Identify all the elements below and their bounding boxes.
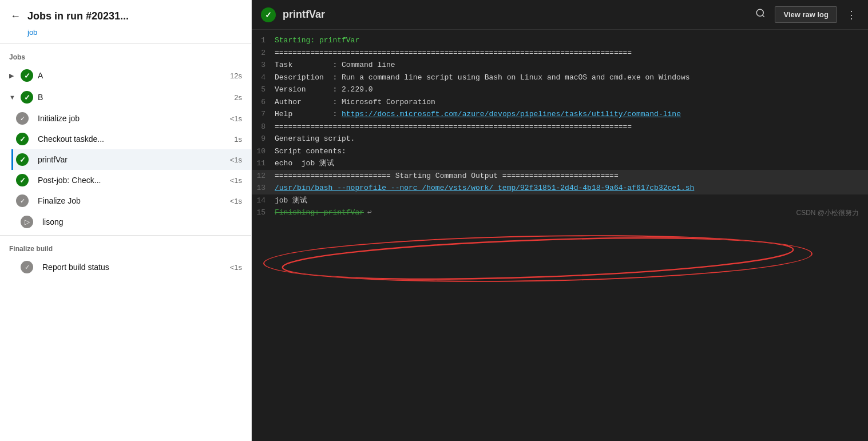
line-text-15: Finishing: printfVar (275, 207, 364, 218)
log-line-8: 8 ======================================… (252, 121, 868, 133)
search-button[interactable] (753, 6, 768, 23)
log-header: ✓ printfVar View raw log ⋮ (252, 0, 868, 30)
line-text-8: ========================================… (275, 121, 632, 133)
log-line-13: 13 /usr/bin/bash --noprofile --norc /hom… (252, 182, 868, 194)
log-line-12: 12 ========================== Starting C… (252, 170, 868, 182)
line-text-13[interactable]: /usr/bin/bash --noprofile --norc /home/v… (275, 182, 694, 194)
log-line-15: 15 Finishing: printfVar ↩ (252, 206, 868, 219)
subjob-duration-postjob: <1s (230, 176, 242, 185)
subjob-duration-checkout: 1s (234, 135, 242, 144)
log-line-2: 2 ======================================… (252, 47, 868, 59)
status-success-icon: ✓ (21, 69, 33, 82)
log-line-14: 14 job 测试 (252, 194, 868, 207)
subjob-name-postjob: Post-job: Check... (33, 176, 225, 185)
svg-line-1 (763, 15, 764, 17)
job-row-lisong[interactable]: ▷ lisong (0, 211, 251, 233)
subjob-finalize-job[interactable]: ✓ Finalize Job <1s (11, 190, 251, 211)
job-row-a[interactable]: ▶ ✓ A 12s (0, 65, 251, 86)
more-options-button[interactable]: ⋮ (844, 6, 859, 23)
job-name-lisong: lisong (38, 217, 242, 227)
subjob-duration-printfvar: <1s (230, 156, 242, 164)
log-line-9: 9 Generating script. (252, 133, 868, 145)
subjob-init[interactable]: ✓ Initialize job <1s (11, 108, 251, 129)
log-line-11: 11 echo job 测试 (252, 157, 868, 170)
log-line-1: 1 Starting: printfVar (252, 34, 868, 47)
subjob-duration-init: <1s (230, 114, 242, 123)
log-title: printfVar (283, 9, 746, 21)
log-content: 1 Starting: printfVar 2 ================… (252, 30, 868, 224)
log-line-7: 7 Help : https://docs.microsoft.com/azur… (252, 108, 868, 121)
run-title: Jobs in run #20231... (27, 10, 129, 22)
log-header-actions: View raw log ⋮ (753, 6, 859, 23)
divider2 (0, 235, 251, 236)
log-panel: ✓ printfVar View raw log ⋮ 1 Starting: p… (252, 0, 868, 441)
status-skipped-icon-finalize: ✓ (16, 194, 29, 207)
run-subtitle: job (0, 28, 251, 41)
job-duration-report: <1s (230, 263, 242, 272)
sidebar-header: ← Jobs in run #20231... (0, 0, 251, 28)
line-link-icon-15: ↩ (367, 207, 372, 218)
status-pending-icon-lisong: ▷ (21, 216, 33, 228)
subjob-printfvar[interactable]: ✓ printfVar <1s (11, 149, 251, 170)
status-skipped-icon-init: ✓ (16, 112, 29, 125)
job-name-b: B (38, 93, 229, 102)
watermark: CSDN @小松很努力 (796, 208, 859, 218)
subjob-name-printfvar: printfVar (33, 155, 225, 164)
line-text-9: Generating script. (275, 133, 355, 145)
sidebar: ← Jobs in run #20231... job Jobs ▶ ✓ A 1… (0, 0, 252, 441)
annotation-oval (263, 231, 812, 287)
svg-point-2 (282, 231, 794, 286)
back-button[interactable]: ← (9, 9, 22, 23)
status-skipped-icon-report: ✓ (21, 261, 33, 273)
line-text-10: Script contents: (275, 146, 346, 157)
log-wrapper: 1 Starting: printfVar 2 ================… (252, 30, 868, 224)
line-text-12: ========================== Starting Comm… (275, 170, 619, 182)
log-line-4: 4 Description : Run a command line scrip… (252, 71, 868, 84)
log-status-icon: ✓ (261, 7, 276, 22)
job-duration-b: 2s (234, 93, 242, 102)
subjob-name-finalize-job: Finalize Job (33, 196, 225, 205)
subjob-name-init: Initialize job (33, 114, 225, 123)
line-text-7: Help : (275, 109, 342, 120)
job-row-b[interactable]: ▼ ✓ B 2s (0, 86, 251, 108)
status-success-icon-b: ✓ (21, 91, 33, 104)
line-text-2: ========================================… (275, 47, 632, 59)
job-name-a: A (38, 71, 225, 80)
status-success-icon-checkout: ✓ (16, 133, 29, 145)
active-indicator (11, 149, 13, 170)
subjob-duration-finalize-job: <1s (230, 197, 242, 205)
subjob-name-checkout: Checkout taskde... (33, 134, 229, 144)
status-success-icon-printfvar: ✓ (16, 153, 29, 166)
log-line-3: 3 Task : Command line (252, 59, 868, 71)
chevron-right-icon: ▶ (9, 72, 21, 80)
divider (0, 43, 251, 44)
status-success-icon-postjob: ✓ (16, 174, 29, 186)
line-text-6: Author : Microsoft Corporation (275, 97, 435, 108)
jobs-section-label: Jobs (0, 46, 251, 65)
line-text-1: Starting: printfVar (275, 35, 359, 46)
subjob-checkout[interactable]: ✓ Checkout taskde... 1s (11, 129, 251, 149)
log-line-5: 5 Version : 2.229.0 (252, 84, 868, 96)
chevron-down-icon: ▼ (9, 94, 21, 101)
line-text-11: echo job 测试 (275, 158, 334, 169)
line-text-5: Version : 2.229.0 (275, 84, 373, 96)
subjob-postjob[interactable]: ✓ Post-job: Check... <1s (11, 170, 251, 190)
line-text-4: Description : Run a command line script … (275, 72, 690, 84)
line-text-14: job 测试 (275, 195, 307, 206)
job-name-report: Report build status (38, 263, 225, 272)
subjobs-container: ✓ Initialize job <1s ✓ Checkout taskde..… (0, 108, 251, 211)
line-text-3: Task : Command line (275, 59, 395, 71)
line-link-7[interactable]: https://docs.microsoft.com/azure/devops/… (342, 109, 681, 120)
view-raw-log-button[interactable]: View raw log (775, 6, 837, 23)
svg-point-0 (757, 9, 764, 16)
job-row-report[interactable]: ✓ Report build status <1s (0, 256, 251, 278)
log-line-6: 6 Author : Microsoft Corporation (252, 96, 868, 109)
job-duration-a: 12s (230, 71, 242, 80)
finalize-build-label: Finalize build (0, 238, 251, 256)
log-line-10: 10 Script contents: (252, 145, 868, 158)
